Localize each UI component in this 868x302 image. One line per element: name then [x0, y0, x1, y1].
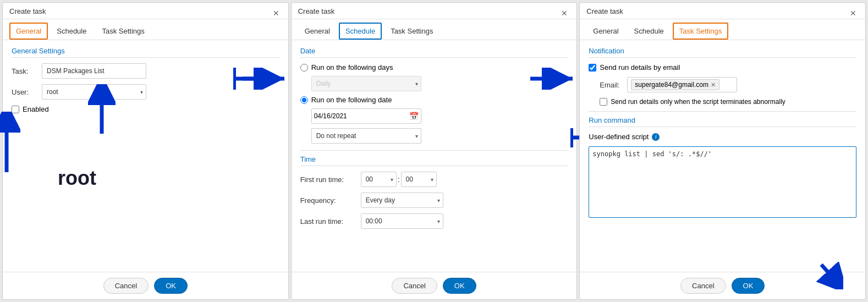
tabs-2: General Schedule Task Settings: [292, 19, 577, 40]
task-label: Task:: [12, 67, 42, 75]
email-tag: supergate84@gmail.com ✕: [631, 79, 719, 90]
tab-general-2[interactable]: General: [298, 23, 337, 40]
frequency-label: Frequency:: [300, 196, 361, 205]
last-run-select[interactable]: 00:00: [361, 213, 443, 229]
send-email-label: Send run details by email: [600, 63, 680, 72]
arrow-right-3-svg: [528, 68, 577, 90]
cancel-button-1[interactable]: Cancel: [103, 278, 149, 294]
enabled-label: Enabled: [23, 105, 49, 113]
date-input[interactable]: [314, 112, 407, 120]
hour-select[interactable]: 00: [361, 172, 397, 187]
date-input-outer: 📅: [311, 108, 568, 124]
radio-following-date[interactable]: [300, 96, 308, 104]
email-input-wrapper: supergate84@gmail.com ✕: [627, 77, 737, 92]
user-defined-label: User-defined script: [589, 133, 649, 141]
arrow-down-right-svg: [816, 262, 843, 289]
tab-task-settings-1[interactable]: Task Settings: [95, 23, 151, 40]
arrow-up-2: [88, 84, 116, 141]
radio-following-days[interactable]: [300, 64, 308, 72]
dialog-header-1: Create task ✕: [3, 3, 288, 19]
first-run-row: First run time: 00 ▾ : 00 ▾: [300, 172, 568, 187]
dialog-title-2: Create task: [298, 7, 334, 19]
dialog-footer-2: Cancel OK: [292, 272, 577, 299]
dialog-3: Create task ✕ General Schedule Task Sett…: [579, 2, 866, 300]
user-defined-row: User-defined script i: [589, 133, 856, 141]
info-icon[interactable]: i: [652, 133, 660, 141]
dialog-header-2: Create task ✕: [292, 3, 577, 19]
tab-schedule-3[interactable]: Schedule: [628, 23, 671, 40]
abnormal-row: Send run details only when the script te…: [600, 98, 856, 106]
general-settings-title: General Settings: [12, 47, 279, 58]
repeat-select-wrapper: Do not repeat Daily Weekly Monthly ▾: [311, 128, 421, 144]
email-label: Email:: [600, 81, 627, 89]
email-tag-value: supergate84@gmail.com: [635, 81, 708, 89]
dialog-title-3: Create task: [586, 7, 623, 19]
tab-general-3[interactable]: General: [586, 23, 625, 40]
dialog-body-3: Notification Send run details by email E…: [580, 40, 865, 272]
arrow-right-2-svg: [239, 68, 289, 90]
cancel-button-2[interactable]: Cancel: [392, 278, 437, 294]
abnormal-label: Send run details only when the script te…: [611, 98, 785, 106]
hour-select-wrapper: 00 ▾: [361, 172, 397, 187]
dialog-1: Create task ✕ General Schedule Task Sett…: [2, 2, 289, 300]
frequency-row: Frequency: Every day Every hour Every 2 …: [300, 193, 568, 208]
ok-button-3[interactable]: OK: [732, 278, 765, 294]
ok-button-1[interactable]: OK: [154, 278, 188, 294]
user-label: User:: [12, 88, 42, 96]
tab-schedule-1[interactable]: Schedule: [50, 23, 93, 40]
frequency-select-wrapper: Every day Every hour Every 2 hours ▾: [361, 193, 443, 208]
cancel-button-3[interactable]: Cancel: [680, 278, 726, 294]
arrow-svg-1: [0, 112, 20, 178]
first-run-label: First run time:: [300, 175, 361, 184]
close-button-2[interactable]: ✕: [559, 8, 570, 18]
close-button-1[interactable]: ✕: [271, 8, 282, 18]
enabled-row: Enabled: [12, 105, 279, 113]
email-field-row: Email: supergate84@gmail.com ✕: [600, 77, 856, 92]
minute-select[interactable]: 00: [401, 172, 437, 187]
ok-button-2[interactable]: OK: [443, 278, 476, 294]
send-email-checkbox[interactable]: [589, 64, 596, 72]
arrow-down-right-container: [816, 262, 843, 291]
close-button-3[interactable]: ✕: [848, 8, 859, 18]
tabs-1: General Schedule Task Settings: [3, 19, 288, 40]
last-run-label: Last run time:: [300, 217, 361, 226]
dialog-2: Create task ✕ General Schedule Task Sett…: [291, 2, 578, 300]
notification-section-title: Notification: [589, 47, 856, 58]
dialog-footer-1: Cancel OK: [3, 272, 288, 299]
task-input[interactable]: [42, 63, 146, 79]
tabs-3: General Schedule Task Settings: [580, 19, 865, 40]
date-section-title: Date: [300, 47, 568, 58]
radio-following-days-label: Run on the following days: [311, 63, 393, 72]
email-tag-remove[interactable]: ✕: [711, 81, 716, 89]
tab-task-settings-3[interactable]: Task Settings: [673, 23, 728, 40]
last-run-row: Last run time: 00:00 ▾: [300, 213, 568, 229]
radio-following-date-label: Run on the following date: [311, 96, 392, 104]
last-run-select-wrapper: 00:00 ▾: [361, 213, 443, 229]
send-email-row: Send run details by email: [589, 63, 856, 72]
frequency-select[interactable]: Every day Every hour Every 2 hours: [361, 193, 443, 208]
time-colon: :: [398, 175, 400, 184]
calendar-icon[interactable]: 📅: [409, 112, 419, 120]
dialog-header-3: Create task ✕: [580, 3, 865, 19]
tab-task-settings-2[interactable]: Task Settings: [384, 23, 440, 40]
repeat-select[interactable]: Do not repeat Daily Weekly Monthly: [311, 128, 421, 144]
daily-select[interactable]: Daily: [311, 76, 421, 91]
arrow-up-left-1: [0, 112, 20, 179]
tab-schedule-2[interactable]: Schedule: [339, 23, 382, 40]
radio-following-date-row: Run on the following date: [300, 96, 568, 104]
svg-line-6: [821, 265, 838, 283]
arrow-right-2-container: [239, 68, 289, 91]
abnormal-checkbox[interactable]: [600, 98, 607, 106]
daily-select-wrapper: Daily ▾: [311, 76, 421, 91]
date-input-wrapper: 📅: [311, 108, 421, 124]
script-textarea[interactable]: synopkg list | sed 's/: .*$//': [589, 146, 856, 218]
tab-general-1[interactable]: General: [9, 23, 48, 40]
minute-select-wrapper: 00 ▾: [401, 172, 437, 187]
run-command-section-title: Run command: [589, 116, 856, 127]
arrow-svg-2: [88, 84, 116, 139]
dialog-title-1: Create task: [9, 7, 46, 19]
arrow-right-3-container: [528, 68, 577, 91]
time-section-title: Time: [300, 155, 568, 166]
repeat-select-outer: Do not repeat Daily Weekly Monthly ▾: [311, 128, 568, 144]
root-annotation-text: root: [58, 167, 96, 190]
